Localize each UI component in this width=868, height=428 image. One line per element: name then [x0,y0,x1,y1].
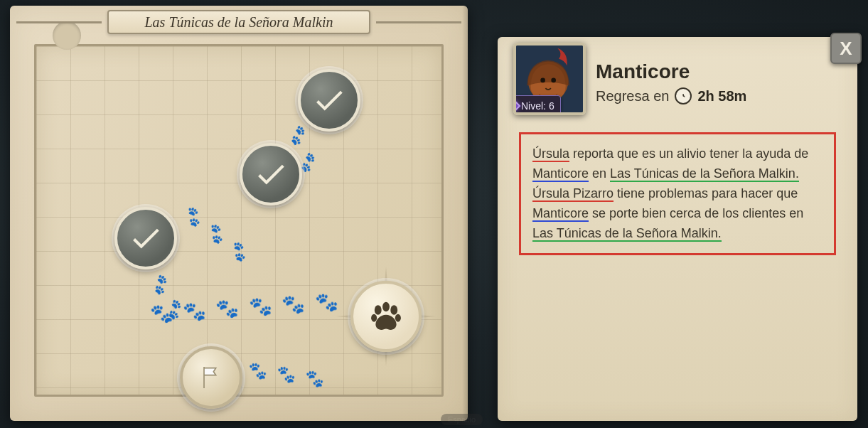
map-board[interactable]: 🐾 🐾 🐾 🐾 🐾 🐾 🐾 🐾 🐾 🐾 🐾 🐾 🐾 🐾 🐾 🐾 🐾 [34,44,444,397]
level-label: Nivel: [521,100,546,112]
svg-point-4 [375,305,382,315]
keyboard-hint-text: Espacio [448,415,476,424]
map-node-current[interactable] [350,281,422,352]
map-node-completed-2[interactable] [240,143,302,205]
report-name-manticore: Manticore [532,166,589,182]
keyboard-hint: Espacio [441,414,483,425]
level-value: 6 [549,100,554,112]
report-text: en [589,166,610,181]
report-text: se porte bien cerca de los clientes en [589,206,803,220]
close-icon: X [840,38,852,60]
map-node-next[interactable] [180,346,242,409]
return-label: Regresa en [596,88,669,105]
paw-icon [367,297,405,336]
svg-point-8 [395,314,401,322]
map-corner-badge [53,21,81,50]
flag-icon [197,363,225,392]
creature-header: 🐾 Nivel: 6 Manticore Regresa en 2h 58m [513,43,815,115]
report-text: reporta que es un alivio tener la ayuda … [569,146,808,161]
map-node-completed-1[interactable] [298,69,360,132]
close-button[interactable]: X [830,33,862,64]
level-badge: 🐾 Nivel: 6 [513,95,561,115]
return-row: Regresa en 2h 58m [596,87,746,105]
level-diamond-icon: 🐾 [513,93,520,115]
creature-header-text: Manticore Regresa en 2h 58m [596,53,746,105]
svg-point-7 [371,314,377,322]
check-icon [128,220,164,256]
creature-name: Manticore [596,60,746,83]
svg-point-5 [382,302,390,312]
report-box: Úrsula reporta que es un alivio tener la… [519,132,836,255]
map-title-text: Las Túnicas de la Señora Malkin [145,14,333,31]
check-icon [311,82,347,118]
clock-icon [675,87,692,105]
return-time: 2h 58m [697,88,746,105]
map-panel: Las Túnicas de la Señora Malkin 🐾 🐾 🐾 🐾 … [10,6,468,421]
map-node-completed-3[interactable] [114,207,177,269]
report-location: Las Túnicas de la Señora Malkin. [610,166,799,182]
pawprint-trail: 🐾 🐾 🐾 [180,203,254,267]
report-location: Las Túnicas de la Señora Malkin. [532,226,722,242]
report-name-ursula-full: Úrsula Pizarro [532,186,614,202]
svg-point-6 [390,305,397,315]
map-title: Las Túnicas de la Señora Malkin [107,10,370,34]
info-panel: X 🐾 Nivel: 6 Manticore [498,37,857,421]
report-name-manticore: Manticore [532,206,589,222]
check-icon [253,156,289,192]
svg-point-11 [540,78,545,83]
creature-portrait[interactable]: 🐾 Nivel: 6 [513,43,586,115]
report-text: tiene problemas para hacer que [614,186,798,200]
svg-point-12 [551,78,556,83]
report-name-ursula: Úrsula [532,146,569,162]
